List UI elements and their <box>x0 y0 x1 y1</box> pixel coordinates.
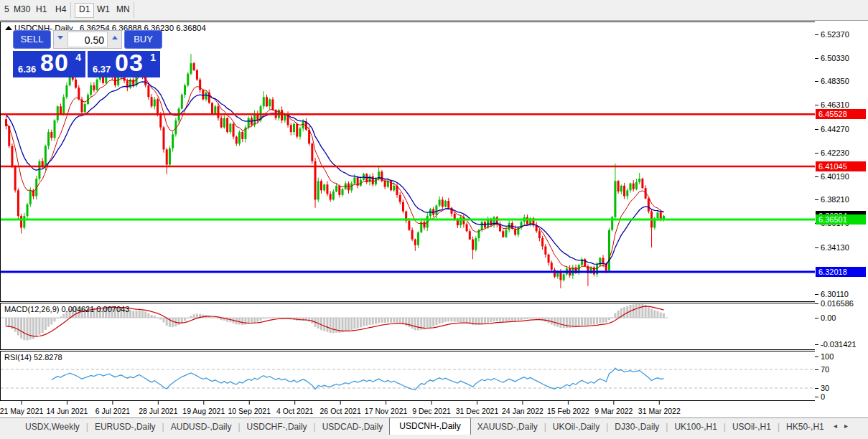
rsi-axis-label: 100 <box>821 352 834 362</box>
date-label: 14 Jun 2021 <box>47 407 88 415</box>
tab-usdcnh-daily[interactable]: USDCNH-,Daily <box>389 417 470 435</box>
rsi-indicator-pane[interactable]: RSI(14) 52.8278 <box>0 351 816 401</box>
axis-tick-label: 6.50330 <box>821 54 849 63</box>
toolbar-separator <box>134 2 134 18</box>
date-tick-marks <box>0 401 816 405</box>
price-axis[interactable]: 6.523706.503306.483506.463106.442706.422… <box>815 22 868 417</box>
one-click-trading-panel: SELL 0.50 BUY 6.36 80 4 6.37 03 1 <box>13 30 162 77</box>
window-bottom-strip <box>0 435 868 439</box>
rsi-line <box>52 368 664 390</box>
rsi-axis-tick <box>815 357 818 357</box>
date-axis: 21 May 202114 Jun 20216 Jul 202128 Jul 2… <box>0 401 816 417</box>
rsi-axis-label: 0 <box>821 392 825 402</box>
axis-tick-label: 6.44270 <box>821 125 849 134</box>
tab-scroll-left-icon[interactable]: ◂ <box>834 422 844 430</box>
candles-group <box>5 54 665 288</box>
rsi-axis-tick <box>815 388 818 389</box>
volume-input[interactable]: 0.50 <box>67 32 108 47</box>
macd-axis-tick <box>815 344 818 345</box>
collapse-panel-icon[interactable] <box>5 26 12 30</box>
date-label: 31 Dec 2021 <box>456 407 499 415</box>
timeframe-toolbar: 5M30H1H4D1W1MN <box>0 0 868 21</box>
buy-price-small: 6.37 <box>93 64 111 75</box>
axis-tick <box>815 247 818 248</box>
macd-axis-tick <box>815 318 818 318</box>
sell-button[interactable]: SELL <box>13 30 51 49</box>
tab-hk50-h1[interactable]: HK50-,H1 <box>780 419 831 435</box>
buy-price-display[interactable]: 6.37 03 1 <box>88 51 160 77</box>
axis-tick <box>815 34 818 35</box>
buy-button[interactable]: BUY <box>124 30 162 49</box>
macd-label: MACD(12,26,9) 0.004621 0.007043 <box>4 305 129 313</box>
axis-tick <box>815 294 818 295</box>
tab-usdcad-daily[interactable]: USDCAD-,Daily <box>316 419 390 435</box>
level-price-label: 6.36501 <box>816 214 866 225</box>
date-label: 6 Jul 2021 <box>95 407 130 415</box>
axis-tick-label: 6.40190 <box>821 172 849 181</box>
level-price-label: 6.32018 <box>816 267 866 277</box>
axis-tick <box>815 58 818 59</box>
axis-tick-label: 6.38210 <box>821 195 849 204</box>
axis-tick <box>815 153 818 154</box>
sell-price-big: 80 <box>40 49 69 77</box>
level-price-label: 6.45528 <box>816 109 866 119</box>
axis-tick-label: 6.30110 <box>821 290 849 299</box>
volume-spinner: 0.50 <box>53 30 122 49</box>
macd-axis-tick <box>815 303 818 304</box>
date-label: 15 Feb 2022 <box>547 407 589 415</box>
date-label: 9 Dec 2021 <box>412 407 451 415</box>
date-label: 10 Sep 2021 <box>228 407 271 415</box>
rsi-chart <box>1 351 815 400</box>
timeframe-m30[interactable]: M30 <box>10 3 34 16</box>
timeframe-h4[interactable]: H4 <box>52 3 70 16</box>
ma-fast-line <box>6 77 664 270</box>
axis-tick-label: 6.34130 <box>821 243 849 252</box>
axis-tick-label: 6.48350 <box>821 77 849 86</box>
timeframe-mn[interactable]: MN <box>113 3 134 16</box>
date-label: 24 Jan 2022 <box>502 407 543 415</box>
volume-increase-button[interactable] <box>108 31 121 48</box>
tab-ukoil-daily[interactable]: UKOil-,Daily <box>546 419 606 435</box>
ma-slow-line <box>6 82 664 265</box>
date-label: 17 Nov 2021 <box>365 407 408 415</box>
date-label: 4 Oct 2021 <box>276 407 313 415</box>
tab-scroll-right-icon[interactable]: ▸ <box>844 422 855 430</box>
volume-decrease-button[interactable] <box>54 31 67 48</box>
tab-eurusd-daily[interactable]: EURUSD-,Daily <box>88 419 162 435</box>
rsi-axis-tick <box>815 397 818 397</box>
tab-uk100-h1[interactable]: UK100-,H1 <box>668 419 723 435</box>
macd-axis-label: 0.016586 <box>821 299 854 308</box>
macd-axis-label: -0.031421 <box>821 340 857 349</box>
tab-audusd-daily[interactable]: AUDUSD-,Daily <box>164 419 238 435</box>
chart-tab-bar: USDX,Weekly|EURUSD-,Daily|AUDUSD-,Daily|… <box>0 417 868 435</box>
axis-tick-label: 6.42230 <box>821 148 849 158</box>
tab-usoil-h1[interactable]: USOil-,H1 <box>726 419 778 435</box>
date-label: 31 Mar 2022 <box>638 407 681 415</box>
tab-usdx-weekly[interactable]: USDX,Weekly <box>19 419 86 435</box>
timeframe-d1[interactable]: D1 <box>75 3 94 18</box>
axis-tick <box>815 199 818 200</box>
axis-tick <box>815 105 818 105</box>
sell-price-sup: 4 <box>75 52 81 63</box>
rsi-label: RSI(14) 52.8278 <box>4 353 62 362</box>
timeframe-w1[interactable]: W1 <box>93 3 113 16</box>
date-label: 19 Aug 2021 <box>182 407 225 415</box>
sell-price-display[interactable]: 6.36 80 4 <box>13 51 85 77</box>
timeframe-h1[interactable]: H1 <box>32 3 50 16</box>
date-label: 21 May 2021 <box>0 407 43 415</box>
date-label: 9 Mar 2022 <box>594 407 633 415</box>
axis-tick-label: 6.52370 <box>821 30 849 39</box>
macd-axis-label: 0.00 <box>821 313 836 323</box>
tab-usdchf-daily[interactable]: USDCHF-,Daily <box>241 419 314 435</box>
tab-dj30-daily[interactable]: DJ30-,Daily <box>608 419 666 435</box>
tab-scroll-arrows: ◂▸ <box>834 422 855 430</box>
level-price-label: 6.41045 <box>816 161 866 171</box>
axis-tick <box>815 129 818 130</box>
axis-tick <box>815 81 818 82</box>
macd-indicator-pane[interactable]: MACD(12,26,9) 0.004621 0.007043 <box>0 303 816 350</box>
tab-xauusd-daily[interactable]: XAUUSD-,Daily <box>471 419 544 435</box>
rsi-axis-tick <box>815 369 818 370</box>
date-label: 28 Jul 2021 <box>139 407 177 415</box>
sell-price-small: 6.36 <box>18 64 36 75</box>
chevron-down-icon <box>57 36 63 39</box>
